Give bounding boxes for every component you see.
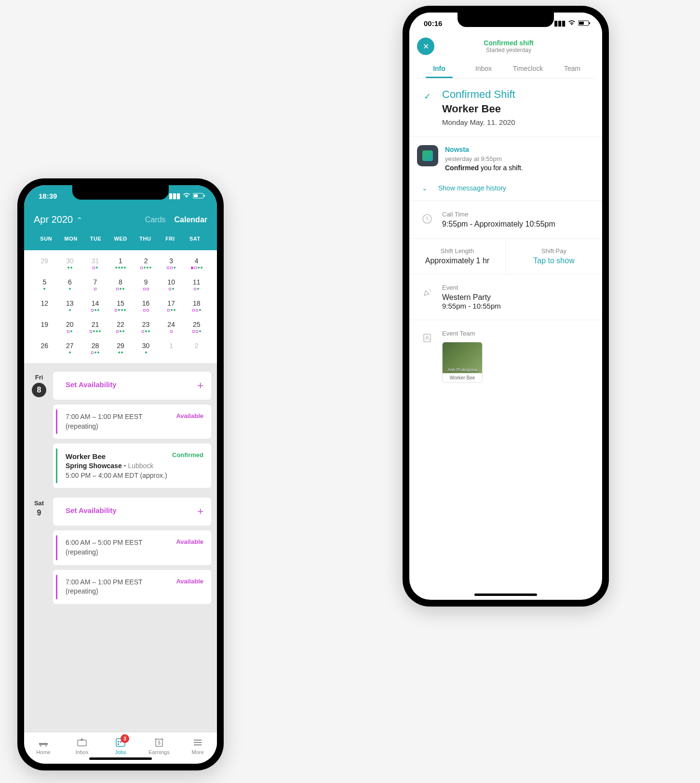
calendar-day[interactable]: 23 [133,321,159,333]
calendar-day[interactable]: 18 [184,299,209,312]
detail-body[interactable]: ✓ Confirmed Shift Worker Bee Monday May.… [409,79,602,600]
calendar-day[interactable]: 1 [159,342,184,354]
notch [72,185,169,200]
day-dow: Sat [30,500,48,507]
day-number: 18 [184,299,209,307]
detail-tab-inbox[interactable]: Inbox [461,60,506,78]
check-icon: ✓ [424,91,431,102]
tab-label: Inbox [76,749,89,755]
event-dots [32,330,57,333]
month-toggle[interactable]: Apr 2020 ⌃ [34,214,82,225]
day-number: 27 [57,342,83,350]
calendar-day[interactable]: 4 [184,257,209,270]
day-number: 12 [32,299,57,307]
close-icon: ✕ [423,42,429,51]
calendar-day[interactable]: 26 [32,342,57,354]
event-section: Event Western Party 9:55pm - 10:55pm [409,274,602,320]
tab-home[interactable]: Home [24,736,63,755]
day-number: 2 [133,257,159,265]
detail-tab-timeclock[interactable]: Timeclock [506,60,550,78]
calendar-day[interactable]: 19 [32,321,57,333]
calendar-day[interactable]: 1 [108,257,134,270]
team-label: Event Team [442,330,602,337]
day-number: 4 [184,257,209,265]
event-dots [57,288,83,291]
svg-rect-15 [155,739,157,740]
calendar-day[interactable]: 28 [82,342,108,354]
calendar-day[interactable]: 22 [108,321,134,333]
calendar-day[interactable]: 13 [57,299,83,312]
tab-earnings[interactable]: $ Earnings [140,736,178,755]
calendar-day[interactable]: 11 [184,278,209,291]
tab-more[interactable]: More [178,736,217,755]
calendar-day[interactable]: 31 [82,257,108,270]
tab-inbox[interactable]: Inbox [63,736,101,755]
team-member[interactable]: Ann Prokopova Worker Bee [442,342,483,383]
availability-card[interactable]: 6:00 AM – 5:00 PM EEST(repeating)Availab… [53,530,211,565]
signal-icon: ▮▮▮ [169,191,180,200]
calendar-day[interactable]: 7 [82,278,108,291]
calendar-day[interactable]: 27 [57,342,83,354]
event-dots [82,288,108,291]
calendar-day[interactable]: 8 [108,278,134,291]
calendar-day[interactable]: 15 [108,299,134,312]
calendar-day[interactable]: 14 [82,299,108,312]
calendar-day[interactable]: 20 [57,321,83,333]
calendar-day[interactable]: 2 [133,257,159,270]
notch [458,13,554,27]
plus-icon: + [197,379,203,392]
day-number: 29 [108,342,134,350]
calendar-day[interactable]: 6 [57,278,83,291]
day-label: Fri8 [30,372,48,488]
detail-tab-team[interactable]: Team [550,60,594,78]
shift-title: Confirmed Shift [442,88,602,101]
close-button[interactable]: ✕ [417,38,434,55]
message-text: Confirmed you for a shift. [445,163,594,173]
member-name: Ann Prokopova [444,367,480,372]
calendar-day[interactable]: 16 [133,299,159,312]
availability-card[interactable]: 7:00 AM – 1:00 PM EEST(repeating)Availab… [53,570,211,604]
set-availability-card[interactable]: Set Availability+ [53,372,211,400]
svg-point-24 [429,289,430,290]
calendar-day[interactable]: 17 [159,299,184,312]
dow-label: SAT [183,236,207,242]
calendar-day[interactable]: 12 [32,299,57,312]
calendar-day[interactable]: 29 [108,342,134,354]
calendar-day[interactable]: 25 [184,321,209,333]
calendar-day[interactable]: 30 [133,342,159,354]
plus-icon: + [197,505,203,518]
calendar-day[interactable]: 29 [32,257,57,270]
calendar-day[interactable]: 10 [159,278,184,291]
calendar-day[interactable]: 21 [82,321,108,333]
show-history-button[interactable]: ⌄ Show message history [417,181,594,201]
view-cards-tab[interactable]: Cards [145,216,166,224]
view-calendar-tab[interactable]: Calendar [175,216,207,224]
stripe [56,535,57,560]
shift-card[interactable]: Worker BeeSpring Showcase • Lubbock5:00 … [53,444,211,488]
shift-length-cell: Shift Length Approximately 1 hr [409,239,506,274]
tab-label: Jobs [115,749,126,755]
tab-jobs[interactable]: 3 Jobs [101,736,140,755]
svg-point-25 [430,291,431,292]
dow-label: MON [58,236,83,242]
avatar: Ann Prokopova [443,342,482,373]
calendar-day[interactable]: 5 [32,278,57,291]
tab-label: Home [36,749,50,755]
detail-tab-info[interactable]: Info [417,60,461,78]
set-availability-card[interactable]: Set Availability+ [53,498,211,526]
length-pay-section: Shift Length Approximately 1 hr Shift Pa… [409,239,602,274]
shift-pay-cell[interactable]: Shift Pay Tap to show [506,239,602,274]
tab-label: Earnings [148,749,169,755]
day-events[interactable]: Fri8Set Availability+7:00 AM – 1:00 PM E… [24,363,217,732]
card-note: (repeating) [66,548,143,557]
cards-column: Set Availability+7:00 AM – 1:00 PM EEST(… [53,372,211,488]
calendar-day[interactable]: 2 [184,342,209,354]
svg-rect-10 [118,741,119,742]
calendar-day[interactable]: 9 [133,278,159,291]
availability-card[interactable]: 7:00 AM – 1:00 PM EEST(repeating)Availab… [53,405,211,439]
calendar-day[interactable]: 3 [159,257,184,270]
calendar-day[interactable]: 24 [159,321,184,333]
event-dots [159,330,184,333]
calendar-day[interactable]: 30 [57,257,83,270]
event-dots [108,330,134,333]
